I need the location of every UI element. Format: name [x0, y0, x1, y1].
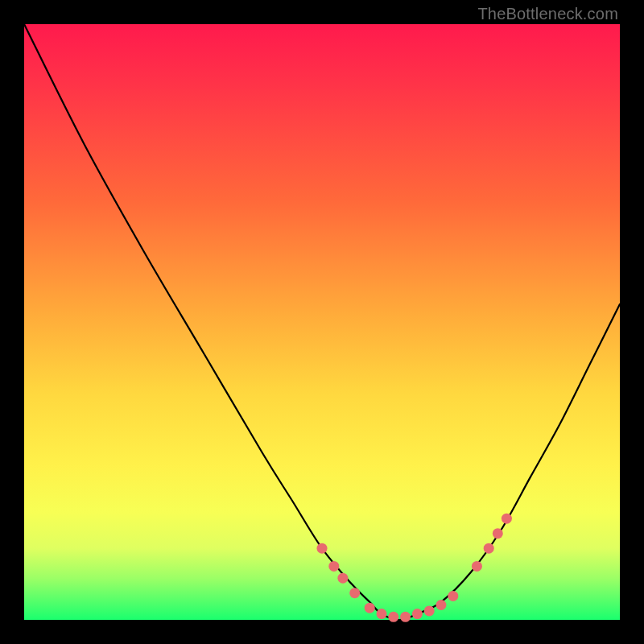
marker-dot: [365, 603, 375, 613]
marker-dot: [436, 600, 447, 610]
marker-dot: [349, 588, 360, 598]
marker-dot: [400, 612, 411, 622]
bottleneck-curve: [24, 24, 620, 620]
marker-dot: [484, 543, 494, 554]
marker-dot: [502, 514, 512, 524]
marker-dot: [448, 591, 458, 601]
marker-dot: [388, 612, 398, 622]
chart-frame: TheBottleneck.com: [0, 0, 644, 644]
marker-dot: [424, 605, 435, 616]
marker-dot: [328, 561, 339, 572]
watermark-text: TheBottleneck.com: [477, 5, 618, 23]
marker-dot: [337, 573, 348, 584]
marker-dot: [412, 609, 423, 619]
marker-dot: [493, 528, 503, 539]
marker-dot: [472, 561, 482, 572]
chart-svg: [24, 24, 620, 620]
plot-area: [24, 24, 620, 620]
marker-dot: [377, 609, 387, 619]
marker-dots: [317, 514, 512, 622]
marker-dot: [317, 543, 328, 554]
